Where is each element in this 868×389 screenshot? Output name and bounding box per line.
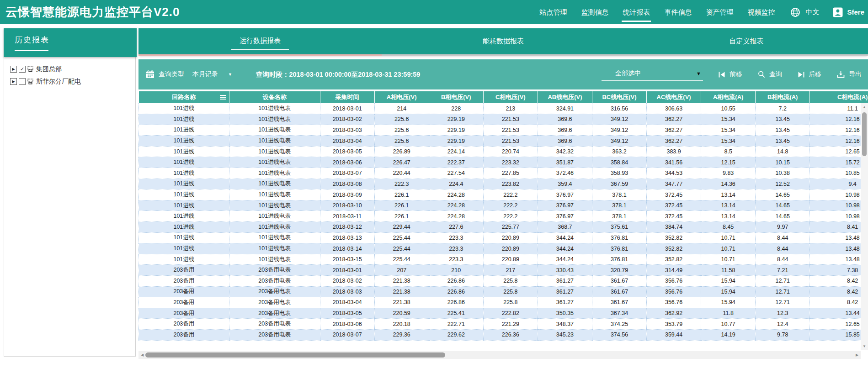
tab-label: 运行数据报表 xyxy=(231,37,289,50)
column-header-B相电压(V)[interactable]: B相电压(V) xyxy=(429,91,483,103)
table-row[interactable]: 203备用203备用电表2018-03-05220.59225.41222.82… xyxy=(139,308,868,319)
table-cell: 101进线电表 xyxy=(229,136,320,147)
vertical-scrollbar[interactable]: ▲ ▼ xyxy=(861,103,868,350)
table-row[interactable]: 101进线101进线电表2018-03-04225.6229.19221.533… xyxy=(139,136,868,147)
column-menu-icon[interactable] xyxy=(220,95,226,100)
table-row[interactable]: 203备用203备用电表2018-03-04221.38226.86225.83… xyxy=(139,297,868,308)
table-cell: 101进线 xyxy=(139,157,229,168)
tree-checkbox-checked[interactable]: ✓ xyxy=(19,66,26,73)
table-cell: 203备用电表 xyxy=(229,286,320,297)
table-row[interactable]: 101进线101进线电表2018-03-13225.44223.3220.893… xyxy=(139,232,868,243)
table-row[interactable]: 203备用203备用电表2018-03-06220.18222.71221.29… xyxy=(139,319,868,330)
table-cell: 378.1 xyxy=(592,200,646,211)
table-row[interactable]: 101进线101进线电表2018-03-03225.6229.19221.533… xyxy=(139,125,868,136)
tree-expander-icon[interactable]: ▶ xyxy=(10,66,17,73)
table-row[interactable]: 101进线101进线电表2018-03-08222.3224.4223.8235… xyxy=(139,179,868,189)
column-header-回路名称[interactable]: 回路名称 xyxy=(139,91,229,103)
table-cell: 222.82 xyxy=(483,308,538,319)
tree-expander-icon[interactable]: ▶ xyxy=(10,78,17,85)
table-cell: 203备用电表 xyxy=(229,319,320,330)
table-cell: 226.1 xyxy=(374,189,429,200)
table-row[interactable]: 203备用203备用电表2018-03-07229.36229.62226.36… xyxy=(139,329,868,340)
table-cell: 345.23 xyxy=(538,329,592,340)
select-all-dropdown[interactable]: 全部选中 ▼ xyxy=(602,68,703,81)
search-button[interactable]: 查询 xyxy=(758,70,782,79)
table-cell: 203备用 xyxy=(139,297,229,308)
table-cell: 2018-03-05 xyxy=(320,146,374,157)
table-row[interactable]: 101进线101进线电表2018-03-01214228213324.91316… xyxy=(139,103,868,114)
table-cell: 2018-03-01 xyxy=(320,265,374,276)
table-row[interactable]: 101进线101进线电表2018-03-06226.47222.37223.32… xyxy=(139,157,868,168)
column-header-AC线电压(V)[interactable]: AC线电压(V) xyxy=(647,91,701,103)
table-cell: 101进线 xyxy=(139,243,229,254)
table-cell: 10.55 xyxy=(701,103,756,114)
column-header-采集时间[interactable]: 采集时间 xyxy=(320,91,374,103)
site-icon xyxy=(27,79,33,84)
scroll-down-icon[interactable]: ▼ xyxy=(861,342,868,350)
table-row[interactable]: 203备用203备用电表2018-03-01207210217330.43320… xyxy=(139,265,868,276)
horizontal-scroll-thumb[interactable] xyxy=(145,352,445,357)
scroll-right-icon[interactable]: ▶ xyxy=(853,351,861,359)
scroll-left-icon[interactable]: ◀ xyxy=(138,351,146,359)
table-row[interactable]: 101进线101进线电表2018-03-05226.89224.14220.74… xyxy=(139,146,868,157)
table-cell: 101进线 xyxy=(139,211,229,222)
table-row[interactable]: 101进线101进线电表2018-03-10226.1224.28222.237… xyxy=(139,200,868,211)
export-button[interactable]: 导出 xyxy=(837,70,862,79)
prev-button[interactable]: 前移 xyxy=(719,70,742,79)
table-cell: 376.81 xyxy=(592,254,646,265)
tree-item-集团总部[interactable]: ▶✓集团总部 xyxy=(10,63,135,75)
column-header-设备名称[interactable]: 设备名称 xyxy=(229,91,320,103)
tree-item-label[interactable]: 集团总部 xyxy=(36,65,62,74)
table-cell: 361.27 xyxy=(538,297,592,308)
next-button[interactable]: 后移 xyxy=(798,70,821,79)
table-row[interactable]: 203备用203备用电表2018-03-02221.38226.86225.83… xyxy=(139,276,868,287)
table-cell: 9.4 xyxy=(810,179,868,189)
table-cell: 101进线电表 xyxy=(229,168,320,179)
column-header-AB线电压(V)[interactable]: AB线电压(V) xyxy=(538,91,592,103)
tab-自定义报表[interactable]: 自定义报表 xyxy=(625,28,868,54)
table-row[interactable]: 203备用203备用电表2018-03-03221.38226.86225.83… xyxy=(139,286,868,297)
table-row[interactable]: 101进线101进线电表2018-03-15225.44223.3220.893… xyxy=(139,254,868,265)
table-cell: 2018-03-04 xyxy=(320,136,374,147)
table-cell: 101进线电表 xyxy=(229,211,320,222)
table-cell: 12.16 xyxy=(810,114,868,125)
table-cell: 203备用 xyxy=(139,329,229,340)
table-cell: 214 xyxy=(374,103,429,114)
column-header-A相电流(A)[interactable]: A相电流(A) xyxy=(701,91,756,103)
table-cell: 8.44 xyxy=(756,243,810,254)
table-cell: 221.53 xyxy=(483,136,538,147)
column-header-BC线电压(V)[interactable]: BC线电压(V) xyxy=(592,91,646,103)
table-cell: 2018-03-06 xyxy=(320,157,374,168)
tab-能耗数据报表[interactable]: 能耗数据报表 xyxy=(382,28,625,54)
tab-label: 能耗数据报表 xyxy=(474,37,532,50)
table-cell: 13.14 xyxy=(701,211,756,222)
table-row[interactable]: 101进线101进线电表2018-03-14225.44223.3220.893… xyxy=(139,243,868,254)
scroll-up-icon[interactable]: ▲ xyxy=(861,103,868,111)
tree-item-label[interactable]: 斯菲尔分厂配电 xyxy=(36,78,81,86)
vertical-scroll-thumb[interactable] xyxy=(862,112,867,156)
tab-运行数据报表[interactable]: 运行数据报表 xyxy=(138,28,382,54)
table-cell: 330.43 xyxy=(538,265,592,276)
table-row[interactable]: 101进线101进线电表2018-03-02225.6229.19221.533… xyxy=(139,114,868,125)
table-row[interactable]: 101进线101进线电表2018-03-12229.44227.6225.773… xyxy=(139,222,868,233)
tree-checkbox-unchecked[interactable] xyxy=(19,78,26,85)
table-cell: 101进线电表 xyxy=(229,146,320,157)
table-cell: 2018-03-12 xyxy=(320,222,374,233)
column-header-C相电流(A)[interactable]: C相电流(A) xyxy=(810,91,868,103)
column-header-B相电流(A)[interactable]: B相电流(A) xyxy=(756,91,810,103)
tree-item-斯菲尔分厂配电[interactable]: ▶斯菲尔分厂配电 xyxy=(10,75,135,88)
horizontal-scrollbar[interactable]: ◀ ▶ xyxy=(138,351,861,359)
table-cell: 376.97 xyxy=(538,189,592,200)
table-cell: 344.24 xyxy=(538,254,592,265)
query-type-select[interactable]: 本月记录 ▼ xyxy=(192,70,232,79)
table-cell: 101进线 xyxy=(139,125,229,136)
column-header-A相电压(V)[interactable]: A相电压(V) xyxy=(374,91,429,103)
table-row[interactable]: 101进线101进线电表2018-03-11226.1224.28222.237… xyxy=(139,211,868,222)
table-row[interactable]: 101进线101进线电表2018-03-09226.1224.28222.237… xyxy=(139,189,868,200)
column-header-C相电压(V)[interactable]: C相电压(V) xyxy=(483,91,538,103)
table-cell: 344.24 xyxy=(538,243,592,254)
table-row[interactable]: 101进线101进线电表2018-03-07220.44227.54227.85… xyxy=(139,168,868,179)
table-cell: 225.8 xyxy=(483,276,538,287)
table-cell: 226.36 xyxy=(483,329,538,340)
table-cell: 2018-03-11 xyxy=(320,211,374,222)
